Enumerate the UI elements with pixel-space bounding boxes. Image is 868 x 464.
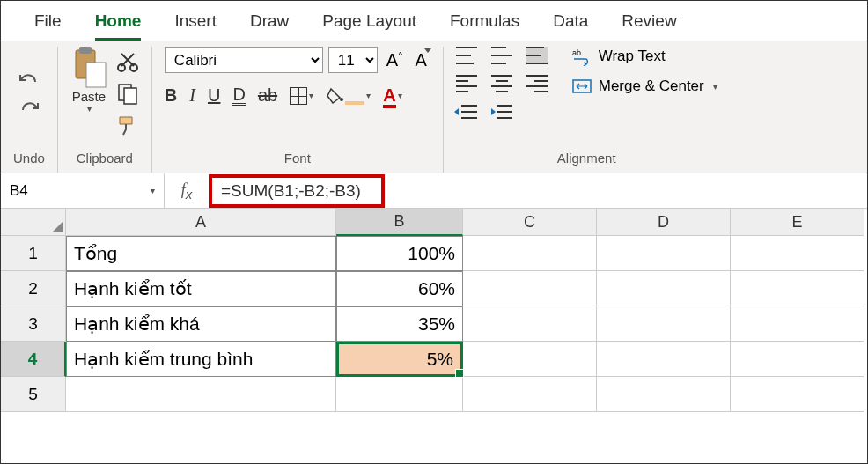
col-header-B[interactable]: B <box>336 209 463 236</box>
tab-data[interactable]: Data <box>553 11 588 41</box>
align-top-icon[interactable] <box>456 47 477 64</box>
cell-A1[interactable]: Tổng <box>66 236 336 271</box>
cell-D3[interactable] <box>597 306 731 342</box>
cell-D4[interactable] <box>597 342 731 377</box>
select-all-corner[interactable] <box>1 209 66 236</box>
align-center-icon[interactable] <box>491 75 512 92</box>
cell-B2[interactable]: 60% <box>336 271 463 306</box>
underline-button[interactable]: U <box>208 85 220 106</box>
bold-button[interactable]: B <box>165 85 177 106</box>
wrap-text-button[interactable]: ab Wrap Text <box>572 47 717 66</box>
row-header-4[interactable]: 4 <box>1 342 66 377</box>
formula-input[interactable]: =SUM(B1;-B2;-B3) <box>209 174 385 208</box>
cell-A5[interactable] <box>66 377 336 412</box>
merge-dropdown-icon[interactable]: ▾ <box>713 82 717 92</box>
italic-button[interactable]: I <box>189 85 195 106</box>
row-header-3[interactable]: 3 <box>1 306 66 342</box>
group-clipboard-label: Clipboard <box>77 145 133 173</box>
col-header-E[interactable]: E <box>731 209 864 236</box>
tab-file[interactable]: File <box>34 11 62 41</box>
font-color-icon: A <box>383 85 395 106</box>
cell-A4[interactable]: Hạnh kiểm trung bình <box>66 342 336 377</box>
row-header-5[interactable]: 5 <box>1 377 66 412</box>
redo-icon[interactable] <box>16 99 42 121</box>
cell-E2[interactable] <box>731 271 864 306</box>
tab-draw[interactable]: Draw <box>250 11 289 41</box>
increase-font-icon[interactable]: A^ <box>383 48 407 72</box>
fill-dropdown-icon[interactable]: ▾ <box>366 91 371 100</box>
tab-insert[interactable]: Insert <box>174 11 217 41</box>
font-color-button[interactable]: A▾ <box>383 85 401 106</box>
font-color-dropdown-icon[interactable]: ▾ <box>398 91 402 100</box>
format-painter-icon[interactable] <box>116 114 139 136</box>
group-undo-label: Undo <box>13 145 45 173</box>
fill-color-button[interactable]: ▾ <box>326 87 371 105</box>
svg-rect-1 <box>79 47 92 54</box>
cell-A3[interactable]: Hạnh kiểm khá <box>66 306 336 342</box>
paste-icon[interactable] <box>70 47 107 89</box>
cell-E3[interactable] <box>731 306 864 342</box>
cell-B5[interactable] <box>336 377 463 412</box>
tab-review[interactable]: Review <box>622 11 676 41</box>
row-header-1[interactable]: 1 <box>1 236 66 271</box>
col-header-D[interactable]: D <box>597 209 731 236</box>
cell-D2[interactable] <box>597 271 731 306</box>
double-underline-button[interactable]: D <box>232 85 245 106</box>
group-undo: Undo <box>1 47 58 173</box>
cell-C2[interactable] <box>463 271 597 306</box>
col-header-C[interactable]: C <box>463 209 597 236</box>
cell-C1[interactable] <box>463 236 597 271</box>
border-icon <box>290 87 307 105</box>
ribbon: Undo Paste ▾ Clipboard Calibri 11 A^ A <box>1 41 867 173</box>
undo-icon[interactable] <box>16 71 42 92</box>
svg-rect-2 <box>86 63 106 87</box>
cell-B1[interactable]: 100% <box>336 236 463 271</box>
row-header-2[interactable]: 2 <box>1 271 66 306</box>
cell-D1[interactable] <box>597 236 731 271</box>
name-box-dropdown-icon[interactable]: ▾ <box>151 186 155 195</box>
cell-C3[interactable] <box>463 306 597 342</box>
font-size-select[interactable]: 11 <box>328 47 378 73</box>
cell-E1[interactable] <box>731 236 864 271</box>
decrease-indent-icon[interactable] <box>456 103 477 121</box>
ribbon-tabs: File Home Insert Draw Page Layout Formul… <box>1 1 867 41</box>
increase-indent-icon[interactable] <box>491 103 512 121</box>
fx-button[interactable]: fx <box>165 180 209 202</box>
cut-icon[interactable] <box>116 50 139 73</box>
svg-point-7 <box>340 98 343 101</box>
name-box[interactable]: B4 ▾ <box>1 173 165 209</box>
merge-center-icon <box>572 77 592 96</box>
col-header-A[interactable]: A <box>66 209 336 236</box>
cell-E4[interactable] <box>731 342 864 377</box>
cell-E5[interactable] <box>731 377 864 412</box>
align-middle-icon[interactable] <box>491 47 512 64</box>
decrease-font-icon[interactable]: A <box>411 48 430 72</box>
cell-D5[interactable] <box>597 377 731 412</box>
paste-label: Paste <box>72 89 106 104</box>
paste-dropdown-icon[interactable]: ▾ <box>87 104 92 114</box>
group-font: Calibri 11 A^ A B I U D ab ▾ ▾ A▾ Font <box>152 47 444 173</box>
merge-center-label: Merge & Center <box>599 77 704 95</box>
group-alignment-label: Alignment <box>557 145 616 173</box>
cells-grid: A B C D E 1 Tổng 100% 2 Hạnh kiểm tốt 60… <box>1 209 867 412</box>
svg-rect-6 <box>124 88 136 104</box>
cell-C5[interactable] <box>463 377 597 412</box>
cell-B4[interactable]: 5% <box>336 342 463 377</box>
cell-B3[interactable]: 35% <box>336 306 463 342</box>
cell-A2[interactable]: Hạnh kiểm tốt <box>66 271 336 306</box>
tab-formulas[interactable]: Formulas <box>450 11 519 41</box>
group-clipboard: Paste ▾ Clipboard <box>58 47 152 173</box>
tab-home[interactable]: Home <box>95 11 142 41</box>
copy-icon[interactable] <box>116 82 139 105</box>
align-bottom-icon[interactable] <box>526 47 548 64</box>
align-left-icon[interactable] <box>456 75 477 92</box>
font-name-select[interactable]: Calibri <box>165 47 323 73</box>
name-box-value: B4 <box>10 182 28 200</box>
borders-button[interactable]: ▾ <box>290 87 313 105</box>
strikethrough-button[interactable]: ab <box>258 85 277 106</box>
tab-page-layout[interactable]: Page Layout <box>322 11 416 41</box>
merge-center-button[interactable]: Merge & Center ▾ <box>572 77 717 96</box>
align-right-icon[interactable] <box>526 75 548 92</box>
borders-dropdown-icon[interactable]: ▾ <box>309 91 313 100</box>
cell-C4[interactable] <box>463 342 597 377</box>
